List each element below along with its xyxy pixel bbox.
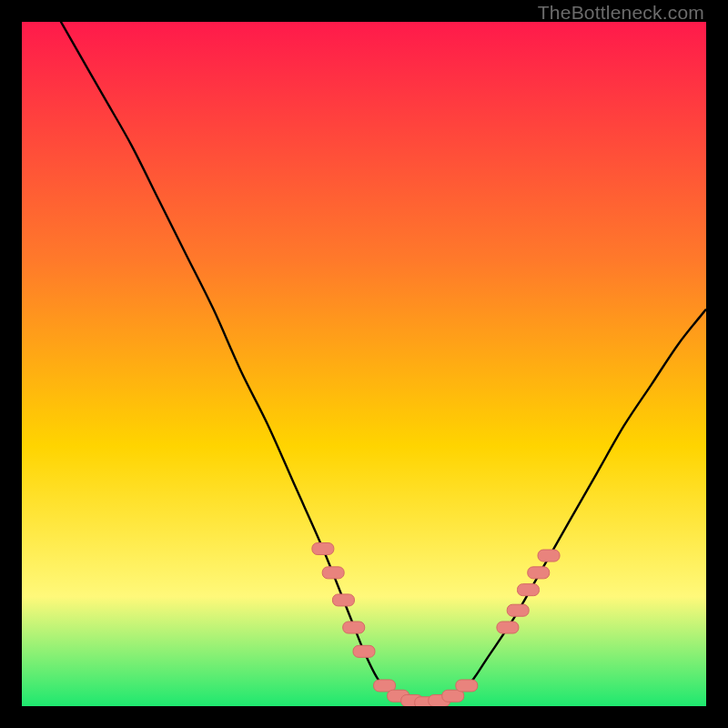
data-marker xyxy=(332,594,354,606)
watermark-text: TheBottleneck.com xyxy=(538,2,704,24)
gradient-background xyxy=(22,22,706,706)
data-marker xyxy=(456,680,478,692)
bottleneck-chart xyxy=(22,22,706,706)
data-marker xyxy=(322,567,344,579)
data-marker xyxy=(353,645,375,657)
data-marker xyxy=(343,622,365,633)
data-marker xyxy=(517,584,539,596)
data-marker xyxy=(312,543,334,555)
chart-frame xyxy=(22,22,706,706)
data-marker xyxy=(497,622,519,633)
data-marker xyxy=(507,604,529,616)
data-marker xyxy=(538,550,560,561)
data-marker xyxy=(528,567,550,579)
